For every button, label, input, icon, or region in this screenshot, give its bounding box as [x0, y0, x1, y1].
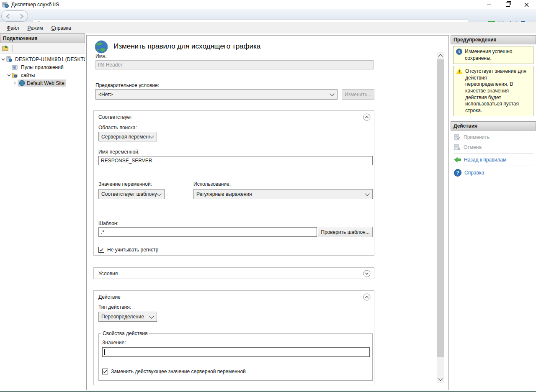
chevron-down-icon [438, 376, 443, 381]
precondition-select[interactable]: <Нет> [95, 89, 338, 100]
tree-item-sites[interactable]: сайты [0, 71, 85, 79]
text-cursor [104, 349, 105, 355]
action-value-label: Значение: [102, 340, 126, 346]
chevron-down-icon [330, 91, 334, 96]
title-bar: Диспетчер служб IIS [0, 0, 536, 9]
iis-manager-window: Диспетчер служб IIS DESKTOP-U1MK9D1 сайт… [0, 0, 536, 392]
ignore-case-checkbox[interactable] [98, 247, 104, 253]
scroll-up-button[interactable] [437, 52, 444, 59]
tree-item-label: сайты [20, 72, 36, 79]
match-section-header: Соответствует [98, 114, 132, 120]
collapse-section-icon[interactable] [363, 293, 371, 301]
help-label: Справка [464, 170, 484, 176]
menu-view[interactable]: Режим [23, 23, 47, 33]
variable-value-select[interactable]: Соответствует шаблону [98, 189, 165, 199]
apply-action: Применить [451, 132, 536, 142]
right-sidebar: Предупреждения i Изменения успешно сохра… [451, 35, 536, 392]
back-arrow-icon [454, 157, 461, 163]
back-to-rules-link[interactable]: Назад к правилам [451, 155, 536, 164]
application-pools-icon [12, 64, 18, 70]
sites-folder-icon [12, 72, 18, 78]
conditions-section-header: Условия [98, 271, 118, 277]
action-type-label: Тип действия: [98, 304, 131, 310]
close-button[interactable] [517, 0, 536, 9]
connections-toolbar [0, 43, 85, 54]
window-controls [479, 0, 536, 9]
replace-value-label: Заменить действующее значение серверной … [111, 369, 246, 374]
separator [453, 154, 533, 154]
close-icon [524, 3, 529, 7]
connections-tree: DESKTOP-U1MK9D1 (DESKTOP Пулы приложений [0, 54, 85, 392]
help-icon: ? [454, 169, 461, 177]
scope-label: Область поиска: [98, 125, 137, 131]
name-input [95, 60, 374, 69]
match-section: Соответствует Область поиска: Серверная … [93, 110, 374, 256]
action-section: Действие Тип действия: Переопределение С… [93, 290, 374, 385]
tree-item-server[interactable]: DESKTOP-U1MK9D1 (DESKTOP [0, 55, 85, 63]
separator [453, 166, 533, 166]
minimize-icon [487, 5, 491, 5]
connections-header: Подключения [0, 33, 85, 43]
action-properties-legend: Свойства действия [101, 331, 149, 336]
variable-value-label: Значение переменной: [98, 181, 152, 187]
test-pattern-button[interactable]: Проверить шаблон... [318, 227, 373, 237]
tree-item-default-web-site[interactable]: Default Web Site [0, 79, 85, 87]
action-type-select[interactable]: Переопределение [98, 312, 157, 322]
chevron-down-icon [149, 133, 154, 138]
expand-section-icon[interactable] [363, 270, 371, 277]
chevron-expanded-icon[interactable] [1, 58, 5, 61]
page-globe-icon [94, 40, 108, 54]
minimize-button[interactable] [479, 0, 498, 9]
forward-icon[interactable] [18, 14, 24, 19]
chevron-down-icon [157, 191, 161, 196]
tree-item-label: Пулы приложений [20, 64, 65, 71]
menu-file[interactable]: Файл [3, 23, 23, 33]
action-properties-group: Свойства действия Значение: Заменить дей… [98, 331, 373, 381]
chevron-down-icon [149, 314, 154, 318]
replace-value-checkbox[interactable] [102, 369, 108, 374]
menu-bar: Файл Режим Справка [0, 22, 536, 33]
variable-name-input[interactable] [98, 156, 373, 165]
tree-item-app-pools[interactable]: Пулы приложений [0, 63, 85, 71]
conditions-section: Условия [93, 267, 374, 279]
app-icon [2, 1, 9, 8]
cancel-icon [454, 144, 461, 151]
main-scrollbar[interactable] [437, 52, 444, 383]
pattern-input[interactable] [98, 227, 317, 237]
help-link[interactable]: ? Справка [451, 167, 536, 178]
variable-name-label: Имя переменной: [98, 149, 139, 155]
apply-label: Применить [464, 134, 490, 140]
alert-info: i Изменения успешно сохранены. [453, 46, 533, 64]
alerts-header: Предупреждения [451, 35, 536, 44]
apply-icon [454, 134, 461, 141]
collapse-section-icon[interactable] [363, 113, 371, 121]
edit-outbound-rule-page: Изменить правило для исходящего трафика … [86, 35, 449, 390]
restore-button[interactable] [498, 0, 517, 9]
name-label: Имя: [95, 53, 107, 59]
using-select[interactable]: Регулярные выражения [193, 189, 373, 199]
alert-warning: ! Отсутствует значение для действия пере… [453, 66, 533, 116]
save-connection-icon[interactable] [2, 45, 9, 51]
precondition-label: Предварительное условие: [95, 82, 159, 88]
address-bar: DESKTOP-U1MK9D1 сайты Default Web Site [0, 9, 536, 23]
action-value-input[interactable] [102, 347, 370, 357]
ignore-case-row: Не учитывать регистр [98, 247, 158, 253]
info-icon: i [456, 49, 462, 55]
ignore-case-label: Не учитывать регистр [107, 247, 158, 253]
chevron-expanded-icon[interactable] [7, 74, 11, 77]
scroll-down-button[interactable] [437, 375, 444, 383]
page-title: Изменить правило для исходящего трафика [113, 42, 260, 51]
chevron-collapsed-icon[interactable] [13, 81, 16, 85]
actions-header: Действия [451, 121, 536, 131]
tree-item-label: DESKTOP-U1MK9D1 (DESKTOP [14, 56, 85, 63]
back-icon[interactable] [5, 14, 11, 19]
window-title: Диспетчер служб IIS [11, 2, 59, 8]
pattern-label: Шаблон: [98, 220, 119, 226]
site-globe-icon [19, 80, 25, 86]
checkmark-icon [103, 370, 107, 374]
menu-help[interactable]: Справка [47, 23, 75, 33]
scrollbar-thumb[interactable] [437, 59, 444, 357]
scope-select[interactable]: Серверная переменн [98, 132, 157, 141]
replace-value-row: Заменить действующее значение серверной … [102, 369, 246, 374]
alert-text: Отсутствует значение для действия переоп… [465, 68, 531, 114]
